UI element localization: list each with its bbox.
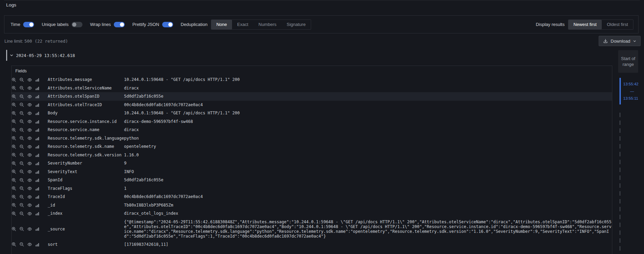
field-value: 00c4b8dec6d0fa8c1697dc7072ae0ac4: [124, 193, 612, 201]
eye-toggle-visibility-icon[interactable]: [27, 211, 32, 216]
collapse-chevron-down-icon[interactable]: [10, 54, 13, 57]
zoom-in-filter-for-value-icon[interactable]: [12, 169, 16, 174]
eye-toggle-visibility-icon[interactable]: [27, 195, 32, 199]
toggle-group-time: Time: [11, 22, 34, 27]
eye-toggle-visibility-icon[interactable]: [27, 102, 32, 107]
zoom-out-filter-out-value-icon[interactable]: [19, 178, 24, 183]
zoom-in-filter-for-value-icon[interactable]: [12, 128, 16, 132]
eye-toggle-visibility-icon[interactable]: [27, 227, 32, 231]
zoom-in-filter-for-value-icon[interactable]: [12, 178, 16, 183]
field-row--index: _indexdiracx_otel_logs_index: [12, 209, 612, 218]
eye-toggle-visibility-icon[interactable]: [27, 77, 32, 82]
zoom-in-filter-for-value-icon[interactable]: [12, 94, 16, 99]
zoom-out-filter-out-value-icon[interactable]: [19, 227, 24, 231]
field-row-spanid: SpanId5d0df2abf16c055e: [12, 176, 612, 184]
zoom-out-filter-out-value-icon[interactable]: [19, 144, 24, 149]
stats-bar-chart-icon[interactable]: [35, 136, 40, 141]
stats-bar-chart-icon[interactable]: [35, 242, 40, 247]
stats-bar-chart-icon[interactable]: [35, 178, 40, 182]
start-of-range-button[interactable]: Start of range: [618, 50, 638, 73]
zoom-in-filter-for-value-icon[interactable]: [12, 195, 16, 199]
stats-bar-chart-icon[interactable]: [35, 86, 40, 90]
field-name: TraceFlags: [48, 184, 124, 193]
eye-toggle-visibility-icon[interactable]: [27, 128, 32, 132]
stats-bar-chart-icon[interactable]: [35, 170, 40, 174]
stats-bar-chart-icon[interactable]: [35, 203, 40, 208]
eye-toggle-visibility-icon[interactable]: [27, 203, 32, 208]
toggle-switch-wrap-lines[interactable]: [114, 22, 125, 27]
stats-bar-chart-icon[interactable]: [35, 103, 40, 107]
display-results-option-oldest-first[interactable]: Oldest first: [602, 20, 633, 29]
eye-toggle-visibility-icon[interactable]: [27, 178, 32, 183]
zoom-out-filter-out-value-icon[interactable]: [19, 94, 24, 99]
download-button[interactable]: Download: [599, 36, 641, 46]
eye-toggle-visibility-icon[interactable]: [27, 86, 32, 90]
eye-toggle-visibility-icon[interactable]: [27, 153, 32, 157]
stats-bar-chart-icon[interactable]: [35, 186, 40, 191]
zoom-in-filter-for-value-icon[interactable]: [12, 111, 16, 116]
zoom-out-filter-out-value-icon[interactable]: [19, 161, 24, 166]
eye-toggle-visibility-icon[interactable]: [27, 161, 32, 166]
stats-bar-chart-icon[interactable]: [35, 144, 40, 149]
zoom-in-filter-for-value-icon[interactable]: [12, 153, 16, 157]
eye-toggle-visibility-icon[interactable]: [27, 94, 32, 99]
stats-bar-chart-icon[interactable]: [35, 153, 40, 157]
stats-bar-chart-icon[interactable]: [35, 211, 40, 216]
zoom-out-filter-out-value-icon[interactable]: [19, 186, 24, 191]
deduplication-group: Deduplication NoneExactNumbersSignature: [181, 19, 311, 30]
zoom-out-filter-out-value-icon[interactable]: [19, 119, 24, 124]
zoom-in-filter-for-value-icon[interactable]: [12, 119, 16, 124]
zoom-in-filter-for-value-icon[interactable]: [12, 144, 16, 149]
toggle-switch-time[interactable]: [23, 22, 34, 27]
zoom-out-filter-out-value-icon[interactable]: [19, 195, 24, 199]
stats-bar-chart-icon[interactable]: [35, 94, 40, 99]
stats-bar-chart-icon[interactable]: [35, 128, 40, 132]
zoom-in-filter-for-value-icon[interactable]: [12, 86, 16, 90]
zoom-out-filter-out-value-icon[interactable]: [19, 203, 24, 208]
stats-bar-chart-icon[interactable]: [35, 195, 40, 199]
eye-toggle-visibility-icon[interactable]: [27, 111, 32, 116]
zoom-out-filter-out-value-icon[interactable]: [19, 242, 24, 247]
field-row-resource-telemetry-sdk-version: Resource.telemetry.sdk.version1.16.0: [12, 151, 612, 159]
toggle-switch-unique-labels[interactable]: [72, 22, 82, 27]
zoom-out-filter-out-value-icon[interactable]: [19, 102, 24, 107]
zoom-out-filter-out-value-icon[interactable]: [19, 169, 24, 174]
stats-bar-chart-icon[interactable]: [35, 111, 40, 115]
dedup-option-exact[interactable]: Exact: [232, 20, 254, 29]
zoom-in-filter-for-value-icon[interactable]: [12, 186, 16, 191]
toggle-switch-prettify-json[interactable]: [162, 22, 173, 27]
zoom-out-filter-out-value-icon[interactable]: [19, 111, 24, 116]
stats-bar-chart-icon[interactable]: [35, 119, 40, 124]
dedup-option-none[interactable]: None: [211, 20, 232, 29]
stats-bar-chart-icon[interactable]: [35, 161, 40, 166]
dedup-option-numbers[interactable]: Numbers: [254, 20, 282, 29]
zoom-out-filter-out-value-icon[interactable]: [19, 128, 24, 132]
eye-toggle-visibility-icon[interactable]: [27, 169, 32, 174]
eye-toggle-visibility-icon[interactable]: [27, 186, 32, 191]
zoom-in-filter-for-value-icon[interactable]: [12, 161, 16, 166]
zoom-out-filter-out-value-icon[interactable]: [19, 136, 24, 141]
zoom-in-filter-for-value-icon[interactable]: [12, 203, 16, 208]
zoom-in-filter-for-value-icon[interactable]: [12, 227, 16, 231]
display-results-option-newest-first[interactable]: Newest first: [568, 20, 602, 29]
zoom-in-filter-for-value-icon[interactable]: [12, 211, 16, 216]
zoom-out-filter-out-value-icon[interactable]: [19, 86, 24, 90]
eye-toggle-visibility-icon[interactable]: [27, 119, 32, 124]
zoom-in-filter-for-value-icon[interactable]: [12, 242, 16, 247]
zoom-in-filter-for-value-icon[interactable]: [12, 77, 16, 82]
expanded-log-row[interactable]: 2024-05-29 13:55:42.618: [6, 50, 75, 61]
zoom-out-filter-out-value-icon[interactable]: [19, 77, 24, 82]
zoom-in-filter-for-value-icon[interactable]: [12, 136, 16, 141]
time-range-bar[interactable]: [619, 78, 621, 104]
zoom-out-filter-out-value-icon[interactable]: [19, 153, 24, 157]
zoom-in-filter-for-value-icon[interactable]: [12, 102, 16, 107]
eye-toggle-visibility-icon[interactable]: [27, 242, 32, 247]
field-row-actions: [12, 117, 48, 126]
eye-toggle-visibility-icon[interactable]: [27, 136, 32, 141]
stats-bar-chart-icon[interactable]: [35, 227, 40, 231]
dedup-option-signature[interactable]: Signature: [281, 20, 311, 29]
toggle-label-prettify-json: Prettify JSON: [132, 22, 159, 27]
zoom-out-filter-out-value-icon[interactable]: [19, 211, 24, 216]
eye-toggle-visibility-icon[interactable]: [27, 144, 32, 149]
stats-bar-chart-icon[interactable]: [35, 77, 40, 82]
